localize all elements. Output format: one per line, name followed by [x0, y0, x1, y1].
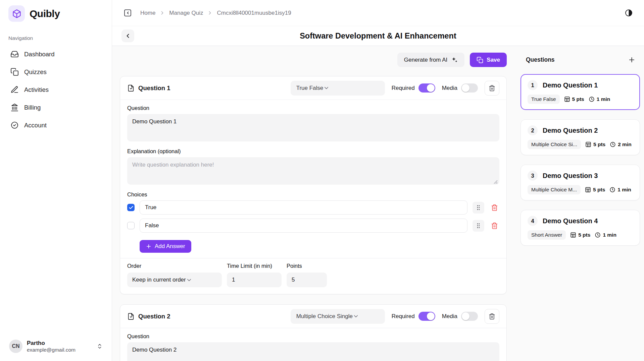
- question-type-select[interactable]: True False: [291, 81, 385, 96]
- editor-actions: Generate from AI Save: [120, 53, 507, 67]
- order-value: Keep in current order: [132, 277, 186, 283]
- question-2-header: Question 2 Multiple Choice Single Requir…: [120, 305, 506, 328]
- question-number-badge: 2: [528, 125, 538, 135]
- save-button[interactable]: Save: [470, 53, 507, 67]
- sidebar-item-label: Quizzes: [24, 68, 47, 76]
- inbox-icon: [10, 50, 19, 58]
- choice-checkbox[interactable]: [127, 222, 135, 229]
- required-label: Required: [392, 85, 415, 92]
- user-meta: Partho example@gmail.com: [27, 340, 76, 353]
- breadcrumb-home[interactable]: Home: [140, 10, 155, 16]
- back-button[interactable]: [121, 29, 134, 42]
- time-stat-value: 2 min: [618, 141, 631, 147]
- question-1-title-group: Question 1: [127, 84, 170, 92]
- time-limit-input[interactable]: [227, 273, 282, 287]
- required-toggle[interactable]: [418, 312, 435, 321]
- chevron-right-icon: [207, 10, 213, 16]
- required-toggle-group: Required: [392, 83, 435, 93]
- choice-text-input[interactable]: [140, 219, 467, 233]
- sidebar-item-dashboard[interactable]: Dashboard: [8, 47, 103, 62]
- question-type-tag: Multiple Choice Si...: [528, 140, 581, 149]
- question-item-meta: True False 5 pts 1 min: [528, 95, 633, 104]
- explanation-field-label: Explanation (optional): [127, 148, 499, 155]
- question-text-wrap: Demo Question 2: [127, 342, 499, 361]
- trash-icon: [491, 204, 498, 211]
- trash-icon: [491, 222, 498, 229]
- generate-from-ai-button[interactable]: Generate from AI: [397, 53, 464, 67]
- delete-choice-button[interactable]: [489, 204, 499, 211]
- choice-row-false: [127, 219, 499, 233]
- sidebar-item-quizzes[interactable]: Quizzes: [8, 64, 103, 79]
- question-meta-row: Order Keep in current order Time Limit (…: [127, 258, 499, 294]
- time-stat-value: 1 min: [597, 96, 610, 102]
- question-item-title: Demo Question 3: [543, 172, 598, 180]
- question-list-item-3[interactable]: 3 Demo Question 3 Multiple Choice M... 5…: [521, 165, 640, 200]
- chevron-down-icon: [353, 313, 359, 319]
- question-text-input[interactable]: Demo Question 2: [127, 342, 499, 361]
- order-label: Order: [127, 263, 222, 269]
- breadcrumb-manage-quiz[interactable]: Manage Quiz: [169, 10, 203, 16]
- question-type-select[interactable]: Multiple Choice Single: [291, 309, 385, 324]
- media-label: Media: [442, 313, 457, 320]
- media-toggle[interactable]: [461, 312, 478, 321]
- time-stat: 2 min: [610, 141, 631, 147]
- bank-icon: [10, 103, 19, 112]
- question-text-input[interactable]: Demo Question 1: [127, 114, 499, 141]
- required-toggle[interactable]: [418, 83, 435, 93]
- order-select[interactable]: Keep in current order: [127, 273, 222, 287]
- question-list-item-1[interactable]: 1 Demo Question 1 True False 5 pts 1 min: [521, 74, 640, 110]
- media-toggle-group: Media: [442, 312, 478, 321]
- avatar: CN: [9, 340, 22, 353]
- add-answer-button[interactable]: Add Answer: [140, 240, 191, 253]
- sidebar-nav: Dashboard Quizzes Activities Billing Acc…: [8, 47, 103, 133]
- quiz-editor: Generate from AI Save Question 1 True Fa: [120, 46, 507, 361]
- question-item-meta: Multiple Choice Si... 5 pts 2 min: [528, 140, 633, 149]
- sidebar-item-label: Activities: [24, 86, 49, 94]
- copy-icon: [10, 68, 19, 76]
- questions-panel: Questions 1 Demo Question 1 True False: [521, 46, 640, 361]
- drag-handle[interactable]: [473, 220, 484, 232]
- question-2-title-group: Question 2: [127, 313, 170, 320]
- delete-question-button[interactable]: [485, 81, 499, 96]
- questions-list: 1 Demo Question 1 True False 5 pts 1 min: [521, 74, 640, 246]
- contrast-icon: [625, 9, 633, 17]
- choice-checkbox[interactable]: [127, 204, 135, 211]
- user-menu[interactable]: CN Partho example@gmail.com: [8, 334, 103, 361]
- theme-toggle-button[interactable]: [623, 7, 635, 19]
- question-header-label: Question 1: [138, 84, 170, 92]
- choices-field-label: Choices: [127, 191, 499, 198]
- question-type-tag: True False: [528, 95, 560, 104]
- sidebar-item-account[interactable]: Account: [8, 118, 103, 133]
- points-stat: 5 pts: [570, 232, 590, 238]
- question-type-value: True False: [296, 85, 324, 92]
- question-type-tag: Short Answer: [528, 230, 566, 240]
- sidebar-item-billing[interactable]: Billing: [8, 100, 103, 115]
- points-stat: 5 pts: [585, 141, 605, 147]
- media-toggle[interactable]: [461, 83, 478, 93]
- delete-question-button[interactable]: [485, 309, 499, 324]
- choice-row-true: [127, 200, 499, 215]
- explanation-text-input[interactable]: [127, 157, 499, 185]
- points-grid-icon: [585, 187, 591, 193]
- choice-text-input[interactable]: [140, 200, 467, 215]
- points-input[interactable]: [287, 273, 327, 287]
- save-label: Save: [487, 57, 500, 63]
- clock-icon: [589, 96, 595, 102]
- question-item-title: Demo Question 2: [543, 127, 598, 134]
- delete-choice-button[interactable]: [489, 222, 499, 229]
- points-grid-icon: [585, 141, 591, 147]
- sidebar-item-label: Account: [24, 122, 47, 129]
- question-number-badge: 4: [528, 216, 538, 226]
- clock-icon: [609, 187, 615, 193]
- add-question-button[interactable]: [627, 55, 637, 65]
- question-text-wrap: Demo Question 1: [127, 114, 499, 143]
- question-list-item-4[interactable]: 4 Demo Question 4 Short Answer 5 pts 1 m…: [521, 210, 640, 246]
- chevron-down-icon: [186, 277, 192, 283]
- points-stat: 5 pts: [585, 187, 605, 193]
- cube-logo-icon: [8, 5, 25, 22]
- points-grid-icon: [570, 232, 576, 238]
- question-list-item-2[interactable]: 2 Demo Question 2 Multiple Choice Si... …: [521, 119, 640, 155]
- sidebar-item-activities[interactable]: Activities: [8, 82, 103, 97]
- sidebar-collapse-button[interactable]: [121, 7, 134, 19]
- drag-handle[interactable]: [473, 202, 484, 214]
